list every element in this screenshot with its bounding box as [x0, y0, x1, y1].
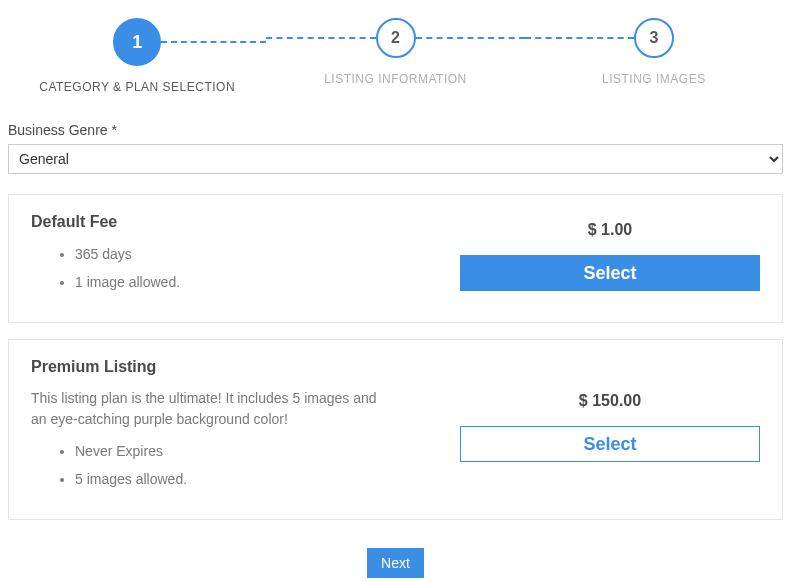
- stepper: 1 CATEGORY & PLAN SELECTION 2 LISTING IN…: [8, 18, 783, 94]
- plan-card-default: Default Fee 365 days 1 image allowed. $ …: [8, 194, 783, 323]
- connector-1-2: [161, 41, 266, 43]
- next-button[interactable]: Next: [367, 548, 424, 578]
- plan-price: $ 150.00: [579, 392, 641, 410]
- business-genre-label: Business Genre *: [8, 122, 783, 138]
- step-1: 1 CATEGORY & PLAN SELECTION: [8, 18, 266, 94]
- connector-1-2b: [266, 37, 375, 39]
- step-3: 3 LISTING IMAGES: [525, 18, 783, 86]
- connector-2-3: [416, 37, 525, 39]
- plan-feature: 1 image allowed.: [75, 271, 440, 293]
- plan-title: Default Fee: [31, 213, 440, 231]
- plan-feature-list: Never Expires 5 images allowed.: [31, 440, 440, 491]
- select-plan-premium-button[interactable]: Select: [460, 426, 760, 462]
- step-3-label: LISTING IMAGES: [602, 72, 706, 86]
- plan-title: Premium Listing: [31, 358, 440, 376]
- business-genre-select[interactable]: General: [8, 144, 783, 174]
- select-plan-default-button[interactable]: Select: [460, 255, 760, 291]
- plan-desc: This listing plan is the ultimate! It in…: [31, 388, 391, 430]
- step-1-circle: 1: [113, 18, 161, 66]
- step-2-circle: 2: [376, 18, 416, 58]
- plan-feature: Never Expires: [75, 440, 440, 462]
- connector-2-3b: [525, 37, 634, 39]
- plan-price: $ 1.00: [588, 221, 632, 239]
- plan-feature-list: 365 days 1 image allowed.: [31, 243, 440, 294]
- step-3-circle: 3: [634, 18, 674, 58]
- step-1-label: CATEGORY & PLAN SELECTION: [39, 80, 235, 94]
- plan-card-premium: Premium Listing This listing plan is the…: [8, 339, 783, 520]
- step-2-label: LISTING INFORMATION: [324, 72, 467, 86]
- step-2: 2 LISTING INFORMATION: [266, 18, 524, 86]
- plan-feature: 5 images allowed.: [75, 468, 440, 490]
- plan-feature: 365 days: [75, 243, 440, 265]
